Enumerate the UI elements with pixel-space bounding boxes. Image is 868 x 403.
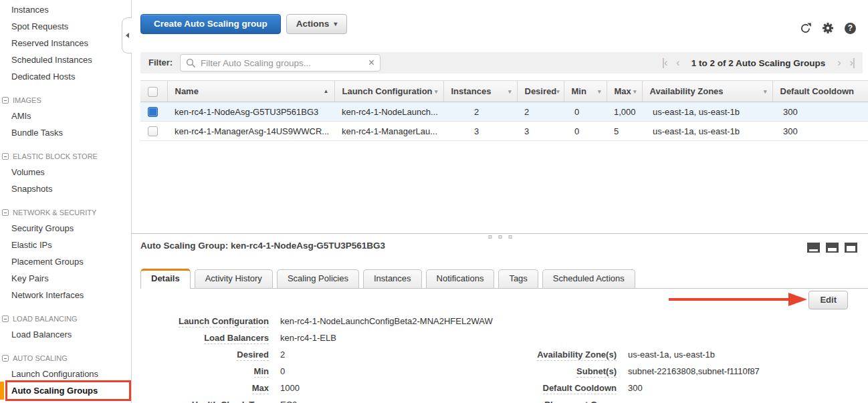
sidebar-item-security-groups[interactable]: Security Groups [0, 220, 131, 237]
auto-scaling-groups-table: Name▲ Launch Configuration▾ Instances▾ D… [140, 80, 868, 141]
pagination: |‹ ‹ 1 to 2 of 2 Auto Scaling Groups › ›… [662, 52, 855, 74]
sidebar-item-reserved-instances[interactable]: Reserved Instances [0, 35, 131, 51]
create-auto-scaling-group-button[interactable]: Create Auto Scaling group [140, 14, 281, 34]
sidebar-item-dedicated-hosts[interactable]: Dedicated Hosts [0, 68, 131, 85]
sidebar-nav: Instances Spot Requests Reserved Instanc… [0, 1, 131, 85]
sidebar-item-load-balancers[interactable]: Load Balancers [0, 326, 131, 343]
tab-notifications[interactable]: Notifications [426, 269, 495, 288]
col-label: Min [572, 86, 586, 96]
col-default-cooldown[interactable]: Default Cooldown [772, 81, 868, 102]
sidebar-collapse-toggle[interactable] [122, 17, 132, 53]
table-header-row: Name▲ Launch Configuration▾ Instances▾ D… [140, 81, 868, 102]
sidebar-item-auto-scaling-groups[interactable]: Auto Scaling Groups [0, 382, 131, 399]
collapse-section-icon[interactable] [2, 97, 9, 104]
col-max[interactable]: Max▾ [607, 81, 642, 102]
sidebar-item-network-interfaces[interactable]: Network Interfaces [0, 287, 131, 303]
cell-desired: 3 [517, 122, 564, 141]
sidebar-item-snapshots[interactable]: Snapshots [0, 180, 131, 197]
row-checkbox[interactable] [148, 107, 158, 117]
cell-min: 0 [564, 122, 607, 141]
field-value: us-east-1a, us-east-1b [628, 350, 715, 360]
pane-layout-small-icon[interactable] [807, 243, 820, 253]
col-launch-configuration[interactable]: Launch Configuration▾ [334, 81, 443, 102]
actions-dropdown-button[interactable]: Actions ▾ [286, 14, 348, 34]
cell-availability-zones: us-east-1a, us-east-1b [642, 102, 772, 122]
field-label: Default Cooldown [495, 383, 617, 393]
sidebar-section-images[interactable]: IMAGES [0, 93, 131, 108]
detail-field: Max 1000 [140, 380, 493, 396]
table-row[interactable]: ken-rc4-1-ManagerAsg-14US9WWCR... ken-rc… [140, 122, 868, 141]
tab-details[interactable]: Details [140, 269, 191, 289]
pagination-next-button[interactable]: › [837, 57, 840, 69]
collapse-section-icon[interactable] [2, 153, 9, 160]
detail-field: Desired 2 [140, 346, 493, 363]
col-min[interactable]: Min▾ [564, 81, 607, 102]
tab-instances[interactable]: Instances [363, 269, 422, 288]
col-availability-zones[interactable]: Availability Zones▾ [642, 81, 772, 102]
field-value: 1000 [280, 383, 300, 393]
col-desired[interactable]: Desired▾ [517, 81, 564, 102]
sidebar-section-load-balancing[interactable]: LOAD BALANCING [0, 311, 131, 326]
search-icon [186, 58, 196, 68]
sidebar-item-placement-groups[interactable]: Placement Groups [0, 253, 131, 270]
table-row[interactable]: ken-rc4-1-NodeAsg-G5TU3P561BG3 ken-rc4-1… [140, 102, 868, 122]
sidebar-section-label: LOAD BALANCING [13, 315, 78, 323]
field-label: Load Balancers [140, 333, 269, 343]
cell-instances: 3 [443, 122, 517, 141]
chevron-down-icon: ▾ [334, 15, 337, 33]
collapse-left-icon [126, 33, 129, 38]
tab-activity-history[interactable]: Activity History [195, 269, 273, 288]
select-all-header[interactable] [140, 81, 167, 102]
sidebar-item-instances[interactable]: Instances [0, 1, 131, 18]
split-drag-handle-icon[interactable] [488, 235, 512, 239]
field-label: Launch Configuration [140, 316, 269, 326]
tab-tags[interactable]: Tags [498, 269, 538, 288]
detail-field: Min 0 [140, 363, 493, 380]
sidebar-item-volumes[interactable]: Volumes [0, 164, 131, 180]
sidebar-item-elastic-ips[interactable]: Elastic IPs [0, 237, 131, 253]
row-checkbox[interactable] [148, 126, 158, 136]
sidebar-item-bundle-tasks[interactable]: Bundle Tasks [0, 124, 131, 141]
sidebar-item-scheduled-instances[interactable]: Scheduled Instances [0, 51, 131, 68]
pagination-prev-button[interactable]: ‹ [676, 57, 679, 69]
sidebar: Instances Spot Requests Reserved Instanc… [0, 0, 132, 403]
collapse-section-icon[interactable] [2, 209, 9, 216]
col-name[interactable]: Name▲ [167, 81, 334, 102]
pagination-last-button[interactable]: ›| [850, 57, 855, 69]
col-label: Instances [451, 86, 492, 96]
col-instances[interactable]: Instances▾ [443, 81, 517, 102]
pane-layout-medium-icon[interactable] [826, 243, 839, 253]
edit-button[interactable]: Edit [808, 291, 848, 309]
sidebar-section-auto-scaling[interactable]: AUTO SCALING [0, 351, 131, 366]
refresh-icon[interactable] [800, 23, 811, 34]
field-label: Availability Zone(s) [495, 350, 617, 360]
collapse-section-icon[interactable] [2, 355, 9, 362]
pane-layout-half-icon[interactable] [845, 243, 857, 253]
tab-scheduled-actions[interactable]: Scheduled Actions [542, 269, 635, 288]
cell-instances: 2 [443, 102, 517, 122]
cell-default-cooldown: 300 [772, 122, 868, 141]
detail-field: Subnet(s) subnet-22163808,subnet-f1110f8… [495, 363, 760, 380]
field-value: 0 [280, 366, 285, 376]
sidebar-item-amis[interactable]: AMIs [0, 108, 131, 124]
sidebar-item-key-pairs[interactable]: Key Pairs [0, 270, 131, 287]
sidebar-item-spot-requests[interactable]: Spot Requests [0, 18, 131, 35]
cell-name: ken-rc4-1-NodeAsg-G5TU3P561BG3 [167, 102, 334, 122]
sidebar-item-launch-configurations[interactable]: Launch Configurations [0, 366, 131, 382]
tab-scaling-policies[interactable]: Scaling Policies [277, 269, 359, 288]
clear-filter-icon[interactable]: × [368, 57, 374, 69]
col-label: Max [615, 86, 631, 96]
detail-field: Load Balancers ken-rc4-1-ELB [140, 329, 493, 346]
filter-search-input[interactable] [181, 55, 380, 71]
pagination-first-button[interactable]: |‹ [662, 57, 667, 69]
help-icon[interactable]: ? [845, 23, 856, 34]
select-all-checkbox[interactable] [148, 87, 158, 97]
gear-icon[interactable] [822, 22, 834, 34]
detail-fields-right: Availability Zone(s) us-east-1a, us-east… [495, 346, 760, 403]
collapse-section-icon[interactable] [2, 315, 9, 322]
sidebar-section-elastic-block-store[interactable]: ELASTIC BLOCK STORE [0, 149, 131, 164]
col-label: Availability Zones [650, 86, 724, 96]
sidebar-section-network-security[interactable]: NETWORK & SECURITY [0, 205, 131, 220]
chevron-down-icon: ▾ [508, 88, 512, 95]
field-label: Health Check Type [140, 400, 269, 403]
